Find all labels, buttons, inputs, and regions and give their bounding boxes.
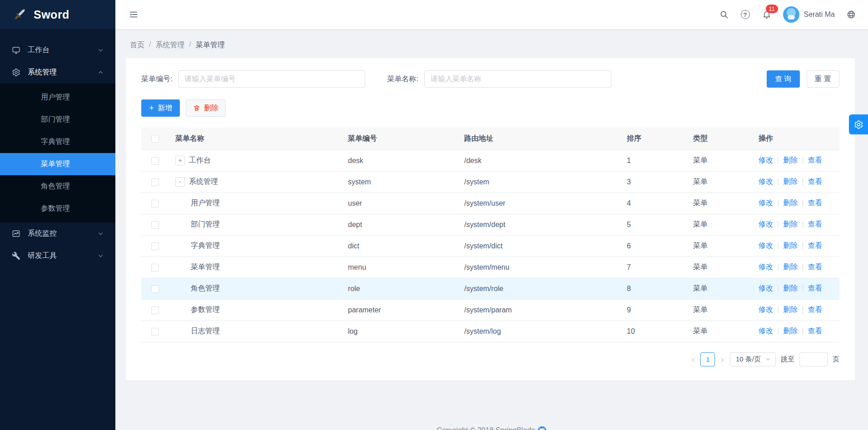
table-row: 日志管理log/system/log10菜单修改|删除|查看 (141, 321, 839, 342)
edit-link[interactable]: 修改 (759, 178, 773, 185)
view-link[interactable]: 查看 (808, 306, 822, 313)
menu-name-input[interactable] (424, 70, 611, 88)
edit-link[interactable]: 修改 (759, 242, 773, 249)
view-link[interactable]: 查看 (808, 178, 822, 185)
row-checkbox[interactable] (151, 157, 159, 165)
menu-fold-icon[interactable] (127, 8, 140, 21)
menu-name-cell: 用户管理 (191, 198, 220, 208)
sidebar-subitem-2[interactable]: 字典管理 (0, 131, 115, 153)
breadcrumb-home[interactable]: 首页 (130, 40, 144, 50)
help-icon[interactable]: ? (740, 10, 750, 20)
github-icon[interactable] (538, 426, 546, 430)
expand-toggle[interactable]: + (175, 156, 185, 165)
row-checkbox[interactable] (151, 264, 159, 272)
row-checkbox[interactable] (151, 178, 159, 186)
row-checkbox[interactable] (151, 221, 159, 229)
view-link[interactable]: 查看 (808, 199, 822, 207)
route-path-cell: /desk (464, 150, 627, 171)
sort-cell: 7 (627, 257, 693, 278)
sort-cell: 8 (627, 278, 693, 299)
sidebar-subitem-5[interactable]: 参数管理 (0, 198, 115, 220)
bell-icon[interactable]: 11 (762, 10, 772, 20)
delete-link[interactable]: 删除 (783, 156, 798, 164)
edit-link[interactable]: 修改 (759, 306, 773, 313)
row-actions: 修改|删除|查看 (757, 193, 839, 214)
prev-page-button[interactable]: ‹ (691, 355, 696, 364)
add-button[interactable]: + 新增 (141, 99, 180, 117)
edit-link[interactable]: 修改 (759, 220, 773, 228)
main-content: 首页 / 系统管理 / 菜单管理 菜单编号: 菜单名称: 查 询 重 置 + 新… (115, 0, 868, 430)
view-link[interactable]: 查看 (808, 156, 822, 164)
delete-link[interactable]: 删除 (783, 178, 798, 185)
view-link[interactable]: 查看 (808, 220, 822, 228)
edit-link[interactable]: 修改 (759, 327, 773, 335)
sidebar-item-0[interactable]: 工作台 (0, 39, 115, 61)
table-row: 参数管理parameter/system/param9菜单修改|删除|查看 (141, 299, 839, 321)
row-checkbox[interactable] (151, 200, 159, 208)
copyright-text: Copyright © 2018 SpringBlade (437, 426, 535, 430)
edit-link[interactable]: 修改 (759, 284, 773, 292)
app-logo[interactable]: Sword (0, 0, 115, 29)
select-all-checkbox[interactable] (151, 135, 159, 143)
sidebar-subitem-0[interactable]: 用户管理 (0, 86, 115, 109)
delete-button[interactable]: 删除 (186, 99, 226, 117)
sidebar-subitem-4[interactable]: 角色管理 (0, 175, 115, 198)
breadcrumb-system[interactable]: 系统管理 (155, 40, 184, 50)
delete-link[interactable]: 删除 (783, 327, 798, 335)
plus-icon: + (149, 104, 154, 112)
delete-link[interactable]: 删除 (783, 284, 798, 292)
row-checkbox[interactable] (151, 242, 159, 250)
page-number-button[interactable]: 1 (700, 352, 715, 366)
menu-code-label: 菜单编号: (141, 74, 172, 84)
breadcrumb-current: 菜单管理 (196, 40, 225, 50)
view-link[interactable]: 查看 (808, 284, 822, 292)
user-menu[interactable]: Serati Ma (783, 6, 835, 23)
type-cell: 菜单 (693, 150, 757, 171)
table-row: 部门管理dept/system/dept5菜单修改|删除|查看 (141, 214, 839, 235)
delete-link[interactable]: 删除 (783, 263, 798, 271)
jump-page-input[interactable] (799, 352, 828, 366)
edit-link[interactable]: 修改 (759, 156, 773, 164)
chevron-down-icon (765, 356, 771, 362)
sidebar-item-3[interactable]: 研发工具 (0, 245, 115, 267)
sidebar-subitem-1[interactable]: 部门管理 (0, 109, 115, 131)
chevron-up-icon (98, 69, 104, 75)
table-row: 菜单管理menu/system/menu7菜单修改|删除|查看 (141, 257, 839, 278)
route-path-cell: /system/dict (464, 235, 627, 257)
edit-link[interactable]: 修改 (759, 263, 773, 271)
delete-link[interactable]: 删除 (783, 199, 798, 207)
type-cell: 菜单 (693, 193, 757, 214)
row-checkbox[interactable] (151, 306, 159, 314)
content-card: 菜单编号: 菜单名称: 查 询 重 置 + 新增 删除 (126, 58, 855, 380)
row-checkbox[interactable] (151, 285, 159, 293)
view-link[interactable]: 查看 (808, 327, 822, 335)
delete-link[interactable]: 删除 (783, 242, 798, 249)
sidebar-item-1[interactable]: 系统管理 (0, 61, 115, 84)
sidebar-item-2[interactable]: 系统监控 (0, 222, 115, 245)
settings-flap-button[interactable] (849, 114, 868, 134)
table-row: 角色管理role/system/role8菜单修改|删除|查看 (141, 278, 839, 299)
search-icon[interactable] (719, 10, 729, 20)
view-link[interactable]: 查看 (808, 242, 822, 249)
menu-code-cell: user (348, 193, 464, 214)
search-button[interactable]: 查 询 (767, 70, 799, 88)
globe-icon[interactable] (846, 10, 856, 20)
view-link[interactable]: 查看 (808, 263, 822, 271)
topbar-actions: ? 11 Serati Ma (719, 6, 856, 23)
menu-code-input[interactable] (178, 70, 365, 88)
chart-icon (12, 229, 21, 238)
col-sort: 排序 (627, 128, 693, 150)
menu-code-cell: dict (348, 235, 464, 257)
delete-link[interactable]: 删除 (783, 220, 798, 228)
route-path-cell: /system/menu (464, 257, 627, 278)
edit-link[interactable]: 修改 (759, 199, 773, 207)
row-checkbox[interactable] (151, 328, 159, 336)
sidebar-subitem-3[interactable]: 菜单管理 (0, 153, 115, 175)
reset-button[interactable]: 重 置 (807, 70, 839, 88)
delete-link[interactable]: 删除 (783, 306, 798, 313)
next-page-button[interactable]: › (720, 355, 725, 364)
expand-toggle[interactable]: - (175, 177, 185, 187)
col-menu-code: 菜单编号 (348, 128, 464, 150)
col-actions: 操作 (757, 128, 839, 150)
page-size-select[interactable]: 10 条/页 (730, 352, 776, 366)
